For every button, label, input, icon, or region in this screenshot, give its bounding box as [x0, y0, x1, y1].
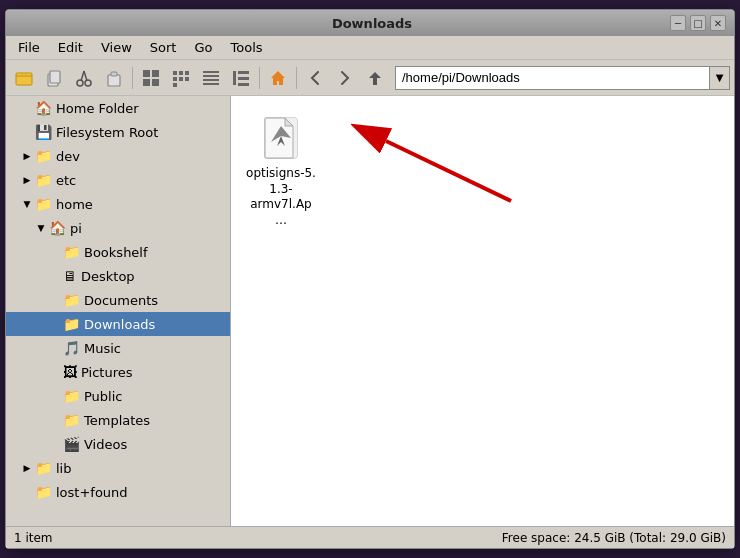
cut-button[interactable]: [70, 64, 98, 92]
icon-view-button[interactable]: [137, 64, 165, 92]
toolbar: ▼: [6, 60, 734, 96]
sidebar-item-documents[interactable]: 📁 Documents: [6, 288, 230, 312]
menu-bar: File Edit View Sort Go Tools: [6, 36, 734, 60]
sidebar-label: pi: [70, 221, 82, 236]
forward-button[interactable]: [331, 64, 359, 92]
svg-rect-8: [111, 72, 117, 76]
sidebar-item-filesystem-root[interactable]: 💾 Filesystem Root: [6, 120, 230, 144]
window-controls: ─ □ ✕: [670, 15, 726, 31]
file-item-optisigns[interactable]: optisigns-5. 1.3- armv7l.Ap…: [241, 106, 321, 236]
sidebar-label: lib: [56, 461, 71, 476]
svg-rect-10: [152, 70, 159, 77]
sidebar: 🏠 Home Folder 💾 Filesystem Root ▶ 📁 dev …: [6, 96, 231, 526]
svg-point-4: [85, 80, 91, 86]
title-bar: Downloads ─ □ ✕: [6, 10, 734, 36]
sidebar-label: Bookshelf: [84, 245, 148, 260]
sidebar-item-templates[interactable]: 📁 Templates: [6, 408, 230, 432]
paste-button[interactable]: [100, 64, 128, 92]
maximize-button[interactable]: □: [690, 15, 706, 31]
folder-icon: 📁: [35, 172, 52, 188]
svg-line-33: [386, 141, 511, 201]
back-button[interactable]: [301, 64, 329, 92]
new-folder-button[interactable]: [10, 64, 38, 92]
pictures-icon: 🖼: [63, 364, 77, 380]
sidebar-item-pictures[interactable]: 🖼 Pictures: [6, 360, 230, 384]
svg-rect-21: [203, 75, 219, 77]
address-bar: ▼: [395, 66, 730, 90]
copy-button[interactable]: [40, 64, 68, 92]
up-button[interactable]: [361, 64, 389, 92]
minimize-button[interactable]: ─: [670, 15, 686, 31]
svg-rect-2: [50, 71, 60, 83]
menu-view[interactable]: View: [93, 38, 140, 57]
close-button[interactable]: ✕: [710, 15, 726, 31]
arrow-icon: ▶: [22, 463, 32, 473]
folder-icon: 📁: [35, 460, 52, 476]
sidebar-label: home: [56, 197, 93, 212]
sidebar-item-home-folder[interactable]: 🏠 Home Folder: [6, 96, 230, 120]
sidebar-label: Pictures: [81, 365, 132, 380]
list-view-button[interactable]: [197, 64, 225, 92]
menu-go[interactable]: Go: [186, 38, 220, 57]
svg-rect-19: [173, 83, 177, 87]
home-folder-icon: 🏠: [35, 100, 52, 116]
file-manager-window: Downloads ─ □ ✕ File Edit View Sort Go T…: [5, 9, 735, 549]
sidebar-item-videos[interactable]: 🎬 Videos: [6, 432, 230, 456]
svg-line-5: [81, 71, 84, 81]
sidebar-label: Videos: [84, 437, 127, 452]
toolbar-separator-2: [259, 67, 260, 89]
svg-rect-7: [108, 75, 120, 86]
arrow-icon: ▼: [36, 223, 46, 233]
sidebar-label: Templates: [84, 413, 150, 428]
pi-icon: 🏠: [49, 220, 66, 236]
svg-rect-14: [179, 71, 183, 75]
svg-point-3: [77, 80, 83, 86]
toolbar-separator-1: [132, 67, 133, 89]
folder-icon: 📁: [35, 196, 52, 212]
menu-file[interactable]: File: [10, 38, 48, 57]
sidebar-item-desktop[interactable]: 🖥 Desktop: [6, 264, 230, 288]
sidebar-item-music[interactable]: 🎵 Music: [6, 336, 230, 360]
menu-tools[interactable]: Tools: [223, 38, 271, 57]
sidebar-item-dev[interactable]: ▶ 📁 dev: [6, 144, 230, 168]
window-title: Downloads: [74, 16, 670, 31]
svg-line-6: [84, 71, 87, 81]
svg-rect-15: [185, 71, 189, 75]
sidebar-label: Public: [84, 389, 122, 404]
svg-rect-23: [203, 83, 219, 85]
details-view-button[interactable]: [227, 64, 255, 92]
sidebar-item-bookshelf[interactable]: 📁 Bookshelf: [6, 240, 230, 264]
sidebar-item-etc[interactable]: ▶ 📁 etc: [6, 168, 230, 192]
documents-icon: 📁: [63, 292, 80, 308]
sidebar-label: dev: [56, 149, 80, 164]
sidebar-label: Filesystem Root: [56, 125, 158, 140]
sidebar-item-pi[interactable]: ▼ 🏠 pi: [6, 216, 230, 240]
menu-edit[interactable]: Edit: [50, 38, 91, 57]
address-dropdown[interactable]: ▼: [710, 66, 730, 90]
sidebar-item-home[interactable]: ▼ 📁 home: [6, 192, 230, 216]
sidebar-item-public[interactable]: 📁 Public: [6, 384, 230, 408]
desktop-icon: 🖥: [63, 268, 77, 284]
svg-rect-20: [203, 71, 219, 73]
main-content: 🏠 Home Folder 💾 Filesystem Root ▶ 📁 dev …: [6, 96, 734, 526]
file-area: optisigns-5. 1.3- armv7l.Ap…: [231, 96, 734, 526]
sidebar-item-lib[interactable]: ▶ 📁 lib: [6, 456, 230, 480]
file-icon: [257, 114, 305, 162]
menu-sort[interactable]: Sort: [142, 38, 185, 57]
sidebar-item-downloads[interactable]: 📁 Downloads: [6, 312, 230, 336]
svg-rect-12: [152, 79, 159, 86]
toolbar-separator-3: [296, 67, 297, 89]
address-input[interactable]: [395, 66, 710, 90]
arrow-icon: ▶: [22, 175, 32, 185]
compact-view-button[interactable]: [167, 64, 195, 92]
svg-rect-9: [143, 70, 150, 77]
sidebar-item-lostfound[interactable]: 📁 lost+found: [6, 480, 230, 504]
svg-rect-13: [173, 71, 177, 75]
svg-rect-25: [238, 71, 249, 74]
folder-icon: 📁: [35, 148, 52, 164]
home-dir-button[interactable]: [264, 64, 292, 92]
item-count: 1 item: [14, 531, 53, 545]
svg-rect-18: [185, 77, 189, 81]
svg-rect-27: [238, 83, 249, 86]
downloads-icon: 📁: [63, 316, 80, 332]
